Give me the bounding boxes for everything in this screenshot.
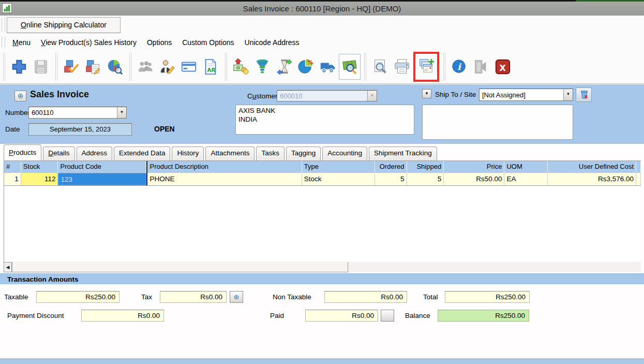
column-header-user-defined-cost[interactable]: User Defined Cost: [548, 161, 636, 173]
status-bar: [0, 359, 644, 364]
clear-ship-to-button[interactable]: [576, 88, 592, 102]
toolbar-history-hourglass-button[interactable]: [274, 54, 295, 80]
funnel-icon: [254, 58, 272, 76]
toolbar-printer-button[interactable]: [391, 54, 413, 80]
toolbar-ar-document-button[interactable]: AR: [200, 54, 221, 80]
column-header-shipped[interactable]: Shipped: [407, 161, 444, 173]
tab-strip: ProductsDetailsAddressExtended DataHisto…: [0, 144, 644, 161]
ship-to-dropdown-button[interactable]: ▼: [422, 89, 431, 98]
column-header-uom[interactable]: UOM: [504, 161, 548, 173]
toolbar-info-button[interactable]: i: [448, 54, 470, 80]
pie-percent-icon: %: [297, 58, 315, 76]
non-taxable-field[interactable]: Rs0.00: [324, 291, 407, 303]
toolbar-close-button[interactable]: X: [492, 54, 514, 80]
expand-invoice-button[interactable]: ⊕: [14, 91, 26, 101]
invoice-number-combo[interactable]: 600110 ▼: [28, 107, 127, 119]
column-header-product-description[interactable]: Product Description: [146, 161, 302, 173]
toolbar-product-check-button[interactable]: [61, 54, 82, 80]
invoice-date-field[interactable]: September 15, 2023: [28, 123, 132, 136]
cell-product-description[interactable]: PHONE: [146, 173, 302, 185]
tax-detail-button[interactable]: ⊕: [230, 291, 243, 303]
cell-type[interactable]: Stock: [302, 173, 375, 185]
tax-label: Tax: [141, 293, 152, 301]
shortcut-toolbar: Online Shipping Calculator: [0, 16, 644, 35]
toolbar-group: %: [225, 53, 364, 81]
column-header-product-code[interactable]: Product Code: [58, 161, 146, 173]
ar-document-icon: AR: [202, 58, 219, 76]
tab-address[interactable]: Address: [77, 147, 113, 161]
sales-invoice-window: Sales Invoice : 600110 [Region - HQ] (DE…: [0, 0, 644, 364]
tab-tagging[interactable]: Tagging: [286, 147, 321, 161]
tab-tasks[interactable]: Tasks: [256, 147, 284, 161]
trash-icon: [578, 88, 590, 102]
window-title: Sales Invoice : 600110 [Region - HQ] (DE…: [0, 4, 644, 13]
number-label: Number: [5, 109, 30, 117]
cell-stock[interactable]: 112: [21, 173, 58, 185]
payment-discount-field[interactable]: Rs0.00: [81, 310, 164, 322]
cell-product-code[interactable]: 123: [58, 173, 146, 185]
tab-details[interactable]: Details: [43, 147, 74, 161]
toolbar-product-analysis-button[interactable]: [104, 54, 126, 80]
table-row[interactable]: 1112123PHONEStock55Rs50.00EARs3,576.00: [4, 173, 641, 186]
menu-item-custom-options[interactable]: Custom Options: [177, 36, 239, 49]
column-header-type[interactable]: Type: [302, 161, 375, 173]
toolbar-group: AR: [129, 53, 225, 81]
customer-address-box[interactable]: AXIS BANK INDIA: [235, 105, 414, 135]
toolbar-product-note-button[interactable]: [82, 54, 104, 80]
tab-accounting[interactable]: Accounting: [322, 147, 367, 161]
customer-combo: 600010 ▼: [277, 90, 377, 101]
cell-[interactable]: 1: [4, 173, 21, 185]
toolbar-print-preview-button[interactable]: [369, 54, 391, 80]
menubar-grip[interactable]: [2, 37, 5, 47]
cell-ordered[interactable]: 5: [375, 173, 407, 185]
scroll-left-icon[interactable]: ◀: [4, 262, 12, 272]
toolbar-group: [55, 53, 129, 81]
customer-label: Customer: [247, 92, 278, 100]
cash-receipt-icon: [232, 58, 250, 76]
cell-price[interactable]: Rs50.00: [444, 173, 504, 185]
grid-horizontal-scrollbar[interactable]: ◀: [4, 262, 641, 272]
ship-to-combo[interactable]: [Not Assigned] ▼: [479, 89, 573, 101]
toolbar-payment-card-button[interactable]: [178, 54, 200, 80]
chevron-down-icon[interactable]: ▼: [563, 89, 573, 100]
tab-extended-data[interactable]: Extended Data: [114, 147, 170, 161]
toolbar-cash-receipt-button[interactable]: [230, 54, 252, 80]
toolbar-shipping-truck-button[interactable]: [317, 54, 339, 80]
paid-detail-button[interactable]: [381, 310, 394, 322]
tab-history[interactable]: History: [172, 147, 204, 161]
cell-filler: [636, 173, 641, 185]
tab-attachments[interactable]: Attachments: [205, 147, 254, 161]
column-header-price[interactable]: Price: [444, 161, 504, 173]
menu-item-view-product-s-sales-history[interactable]: View Product(s) Sales History: [36, 36, 142, 49]
column-header-stock[interactable]: Stock: [21, 161, 58, 173]
invoice-header-panel: ⊕ Sales Invoice Number 600110 ▼ Date Sep…: [0, 84, 644, 144]
chevron-down-icon[interactable]: ▼: [117, 107, 126, 118]
cell-uom[interactable]: EA: [504, 173, 548, 185]
tab-products[interactable]: Products: [4, 144, 41, 161]
column-header-[interactable]: #: [4, 161, 21, 173]
paid-field[interactable]: Rs0.00: [305, 310, 378, 322]
payment-card-icon: [180, 58, 198, 76]
toolbar-customer-edit-button[interactable]: [156, 54, 178, 80]
taxable-field[interactable]: Rs250.00: [36, 291, 119, 303]
toolbar-search-money-button[interactable]: [339, 54, 361, 80]
menu-item-unicode-address[interactable]: Unicode Address: [239, 36, 305, 49]
svg-text:AR: AR: [207, 67, 215, 73]
online-shipping-calculator-button[interactable]: Online Shipping Calculator: [7, 17, 121, 33]
tax-field[interactable]: Rs0.00: [160, 291, 227, 303]
toolbar-pie-percent-button[interactable]: %: [295, 54, 317, 80]
column-header-ordered[interactable]: Ordered: [375, 161, 407, 173]
ship-to-address-box[interactable]: [422, 105, 573, 140]
tab-shipment-tracking[interactable]: Shipment Tracking: [369, 147, 437, 161]
menu-item-options[interactable]: Options: [142, 36, 177, 49]
menu-item-menu[interactable]: Menu: [7, 36, 36, 49]
balance-label: Balance: [405, 312, 430, 319]
cell-shipped[interactable]: 5: [407, 173, 444, 185]
scrollbar-thumb[interactable]: [12, 262, 348, 272]
date-label: Date: [5, 125, 20, 133]
toolbar-new-invoice-button[interactable]: [8, 54, 30, 80]
toolbar-funnel-button[interactable]: [252, 54, 274, 80]
cell-user-defined-cost[interactable]: Rs3,576.00: [548, 173, 636, 185]
toolbar-email-forms-button[interactable]: [415, 54, 437, 80]
toolbar-grip[interactable]: [2, 18, 5, 32]
